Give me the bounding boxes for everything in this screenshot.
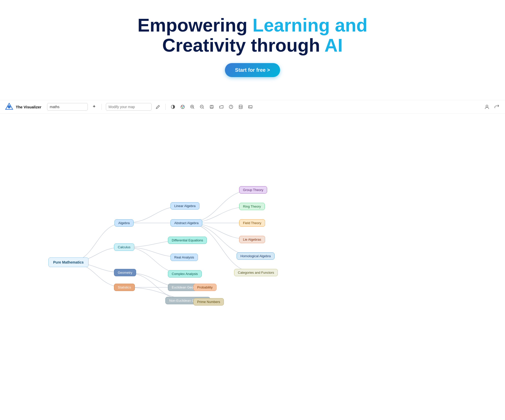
- node-homological-algebra[interactable]: Homological Algebra: [237, 252, 275, 260]
- node-algebra[interactable]: Algebra: [114, 219, 134, 227]
- svg-line-10: [193, 108, 194, 109]
- node-real-analysis[interactable]: Real Analysis: [170, 254, 198, 261]
- toolbar: The Visualizer ? PDF: [0, 100, 505, 114]
- image-icon[interactable]: [247, 104, 254, 110]
- hero-section: Empowering Learning and Creativity throu…: [0, 0, 505, 100]
- node-geometry[interactable]: Geometry: [114, 269, 136, 276]
- share-icon[interactable]: [493, 104, 500, 110]
- contrast-icon[interactable]: [170, 104, 176, 110]
- pdf-icon[interactable]: PDF: [237, 104, 244, 110]
- node-abstract-algebra[interactable]: Abstract Algebra: [170, 219, 202, 227]
- divider1: [102, 104, 102, 110]
- svg-rect-16: [210, 107, 213, 108]
- svg-text:PDF: PDF: [239, 106, 243, 108]
- node-linear-algebra[interactable]: Linear Algebra: [170, 202, 199, 210]
- svg-line-13: [203, 108, 204, 109]
- node-probability[interactable]: Probability: [193, 284, 217, 291]
- edit-icon[interactable]: [155, 104, 161, 110]
- node-prime-numbers[interactable]: Prime Numbers: [193, 298, 224, 306]
- svg-point-1: [8, 105, 11, 108]
- node-ring-theory[interactable]: Ring Theory: [239, 203, 265, 210]
- hero-title-dark1: Empowering: [137, 15, 247, 35]
- svg-text:?: ?: [230, 105, 232, 108]
- modify-input[interactable]: [106, 103, 152, 111]
- node-field-theory[interactable]: Field Theory: [239, 219, 265, 227]
- svg-point-4: [181, 106, 182, 107]
- node-group-theory[interactable]: Group Theory: [239, 186, 267, 194]
- divider2: [165, 104, 166, 110]
- node-categories-functors[interactable]: Categories and Functors: [234, 269, 278, 276]
- hero-title-ai: AI: [324, 35, 343, 55]
- magic-icon[interactable]: [91, 104, 97, 110]
- hero-title-light1: Learning and: [253, 15, 368, 35]
- svg-point-6: [182, 107, 183, 108]
- logo-icon: [5, 103, 13, 111]
- svg-rect-15: [211, 105, 212, 107]
- node-complex-analysis[interactable]: Complex Analysis: [168, 270, 202, 278]
- color-icon[interactable]: [179, 104, 186, 110]
- hero-title: Empowering Learning and Creativity throu…: [10, 15, 495, 55]
- topic-input[interactable]: [47, 103, 88, 111]
- node-diff-equations[interactable]: Differential Equations: [168, 237, 207, 244]
- node-statistics[interactable]: Statistics: [114, 284, 135, 291]
- zoom-out-icon[interactable]: [199, 104, 205, 110]
- logo-text: The Visualizer: [16, 105, 41, 109]
- svg-point-5: [183, 106, 184, 107]
- start-free-button[interactable]: Start for free >: [225, 63, 280, 77]
- hero-title-dark2: Creativity: [162, 35, 246, 55]
- open-icon[interactable]: [218, 104, 225, 110]
- mindmap-canvas: Pure Mathematics Algebra Calculus Geomet…: [0, 114, 505, 317]
- svg-point-23: [486, 105, 488, 107]
- user-icon[interactable]: [484, 104, 490, 110]
- node-lie-algebras[interactable]: Lie Algebras: [239, 236, 265, 243]
- save-icon[interactable]: [208, 104, 215, 110]
- zoom-in-icon[interactable]: [189, 104, 196, 110]
- hero-title-through: through: [251, 35, 324, 55]
- connections-svg: [0, 114, 505, 317]
- node-pure-mathematics[interactable]: Pure Mathematics: [48, 257, 89, 267]
- node-calculus[interactable]: Calculus: [114, 243, 134, 251]
- logo-area: The Visualizer: [5, 103, 41, 111]
- help-icon[interactable]: ?: [228, 104, 234, 110]
